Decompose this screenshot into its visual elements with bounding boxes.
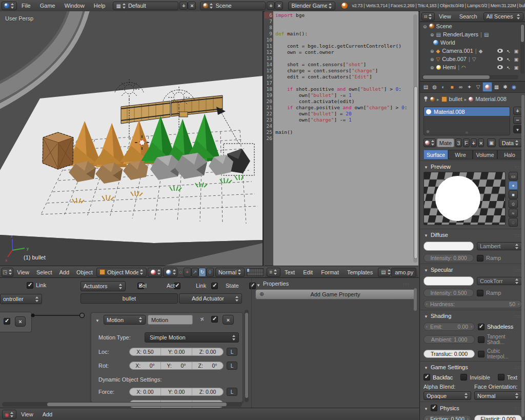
menu-add[interactable]: Add (56, 269, 73, 275)
breadcrumb-material[interactable]: Material.008 (475, 96, 507, 102)
tab-modifiers-icon[interactable]: ✦ (465, 83, 474, 91)
material-name-field[interactable]: Mate (437, 138, 454, 147)
tab-physics-icon[interactable]: ◉ (510, 83, 518, 91)
menu-logic-view[interactable]: View (16, 411, 38, 417)
tab-scene-icon[interactable]: ◍ (430, 83, 439, 91)
menu-edit[interactable]: Edit (299, 269, 317, 275)
close-scene-button[interactable] (275, 2, 283, 10)
loc-y[interactable]: Y: 0.00 (161, 348, 192, 355)
browse-material-button[interactable] (423, 138, 436, 147)
menu-select[interactable]: Select (33, 269, 56, 275)
material-slot-active[interactable]: Material.008 (424, 107, 510, 116)
scrollbar-thumb[interactable] (414, 86, 418, 259)
type-tab-surface[interactable]: Surface (423, 150, 448, 159)
rot-y[interactable]: Y: 0° (161, 362, 192, 369)
menu-logic-add[interactable]: Add (38, 411, 57, 417)
force-y[interactable]: Y: 0.00 (161, 388, 192, 395)
tab-constraints-icon[interactable]: ∞ (456, 83, 465, 91)
specular-shader-selector[interactable]: CookTorr (477, 277, 522, 285)
loc-local-button[interactable]: L (227, 348, 237, 356)
scrollbar-thumb[interactable] (521, 95, 524, 417)
loc-z[interactable]: Z: 0.00 (192, 348, 223, 355)
editor-type-button-3dview[interactable]: ◳ (2, 268, 13, 277)
slot-add-mini-icon[interactable]: ⊕ (426, 129, 430, 134)
expand-icon[interactable] (430, 31, 434, 37)
tab-material-icon[interactable] (482, 82, 492, 92)
outliner-hscrollbar[interactable] (422, 75, 518, 79)
pin-icon[interactable] (200, 316, 204, 322)
slider-left-arrow-icon[interactable]: ‹ (426, 324, 428, 329)
collapse-triangle-icon[interactable] (256, 282, 260, 288)
slider-right-arrow-icon[interactable]: › (467, 416, 469, 420)
physics-enable-checkbox[interactable] (431, 405, 437, 411)
panel-header-physics[interactable]: Physics (420, 402, 525, 413)
properties-scrollbar[interactable] (521, 95, 525, 418)
selectable-pointer-icon[interactable] (507, 64, 511, 70)
manipulator-scale-button[interactable]: ◊ (206, 268, 214, 277)
text-name-field[interactable]: amo.py (391, 268, 416, 277)
tab-texture-icon[interactable]: ▦ (492, 83, 501, 91)
add-actuator-selector[interactable]: Add Actuator (179, 293, 242, 304)
list-resize-grip[interactable]: = (466, 130, 468, 135)
add-scene-button[interactable] (267, 2, 275, 10)
outliner-row-world[interactable]: World (420, 38, 525, 47)
menu-format[interactable]: Format (317, 269, 343, 275)
tab-renderlayers-icon[interactable]: ▤ (421, 83, 430, 91)
loc-x[interactable]: X: 0.50 (130, 348, 161, 355)
editor-type-button-logic[interactable]: ◉ (2, 410, 16, 419)
expand-icon[interactable] (423, 23, 427, 29)
material-slot-list[interactable]: Material.008 ⊕ = (423, 107, 510, 135)
manipulator-axis-button[interactable]: + (184, 268, 191, 277)
menu-window[interactable]: Window (60, 3, 89, 9)
expand-icon[interactable] (430, 48, 434, 54)
ramp-checkbox[interactable] (477, 255, 483, 262)
outliner-filter-selector[interactable]: All Scenes (483, 12, 523, 21)
outliner-row-cube[interactable]: ▽ Cube.007 | ▽ (420, 55, 525, 63)
add-layout-button[interactable] (179, 2, 188, 10)
loc-xyz-field[interactable]: X: 0.50 Y: 0.00 Z: 0.00 (129, 348, 224, 356)
specular-color-swatch[interactable] (423, 276, 474, 286)
force-x[interactable]: X: 0.00 (130, 388, 161, 395)
rot-z[interactable]: Z: 0° (192, 362, 223, 369)
force-z[interactable]: Z: 0.00 (192, 388, 223, 395)
tab-object-icon[interactable]: ■ (448, 83, 456, 91)
layers-widget[interactable] (247, 268, 264, 276)
diffuse-intensity-slider[interactable]: Intensity: 0.800 (423, 254, 474, 262)
pivot-point-selector[interactable] (163, 268, 177, 277)
emit-slider[interactable]: ‹ Emit: 0.00 › (423, 323, 475, 331)
motion-type-selector[interactable]: Simple Motion (145, 332, 239, 343)
logic-props-scrollbar[interactable] (413, 281, 417, 312)
editor-type-button-outliner[interactable]: ⊟ (421, 12, 435, 21)
expand-icon[interactable] (430, 64, 434, 70)
panel-header-diffuse[interactable]: Diffuse (420, 229, 525, 240)
preview-cube-button[interactable]: ■ (509, 190, 518, 199)
breadcrumb-object[interactable]: bullet (449, 96, 462, 102)
tab-particles-icon[interactable]: ✱ (501, 83, 510, 91)
text-editor-scrollbar[interactable] (413, 14, 417, 263)
scrollbar-thumb[interactable] (245, 313, 248, 398)
menu-help[interactable]: Help (89, 3, 110, 9)
scrollbar-thumb[interactable] (414, 288, 417, 311)
type-tab-wire[interactable]: Wire (448, 150, 473, 159)
tab-data-icon[interactable]: ▽ (474, 83, 482, 91)
force-xyz-field[interactable]: X: 0.00 Y: 0.00 Z: 0.00 (129, 388, 224, 396)
diffuse-color-swatch[interactable] (423, 242, 474, 251)
nodes-button[interactable]: ▣ (487, 138, 495, 147)
collapse-triangle-icon[interactable] (95, 317, 99, 323)
preview-sky-button[interactable]: ◌ (509, 218, 518, 227)
menu-object[interactable]: Object (73, 269, 96, 275)
controllers-link-checkbox[interactable] (27, 282, 33, 289)
editor-type-button-text[interactable]: ≡ (267, 268, 280, 277)
outliner-vscrollbar[interactable] (520, 24, 524, 74)
close-layout-button[interactable] (188, 2, 196, 10)
ramp-checkbox[interactable] (477, 290, 483, 296)
object-name-field[interactable]: bullet (80, 293, 178, 304)
menu-templates[interactable]: Templates (343, 269, 377, 275)
force-local-button[interactable]: L (227, 388, 237, 396)
actuator-delete-button[interactable] (223, 315, 234, 325)
type-tab-halo[interactable]: Halo (497, 150, 522, 159)
pivot-align-icon[interactable]: ◌ (179, 269, 182, 275)
render-engine-selector[interactable]: Blender Game (288, 2, 335, 10)
slider-right-arrow-icon[interactable]: › (518, 302, 519, 307)
outliner-row-camera[interactable]: ◆ Camera.001 | ◆ (420, 47, 525, 55)
